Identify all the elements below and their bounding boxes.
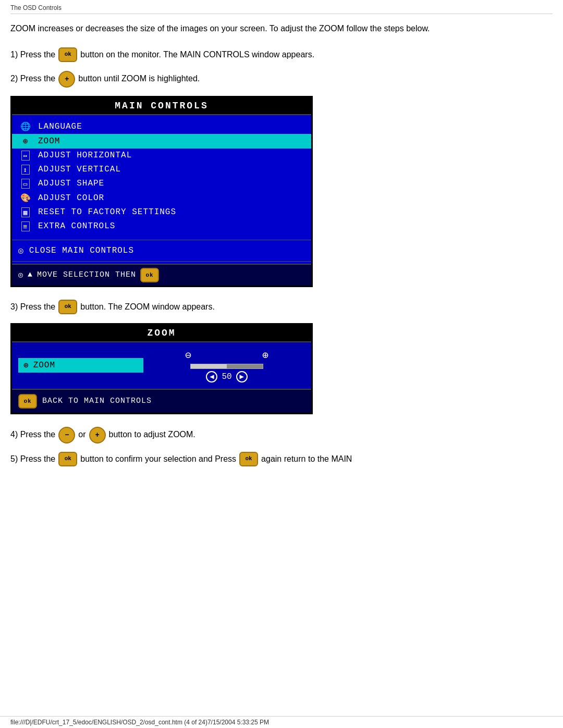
extra-controls-label: EXTRA CONTROLS: [38, 221, 115, 231]
menu-item-adjust-color: 🎨 ADJUST COLOR: [12, 191, 311, 205]
close-main-controls: ◎ CLOSE MAIN CONTROLS: [12, 242, 311, 259]
ok-icon-footer: ok: [140, 268, 159, 282]
extra-icon: ≡: [18, 221, 33, 231]
zoom-icon: ⊕: [18, 136, 33, 146]
footer-text: MOVE SELECTION THEN: [37, 270, 136, 279]
step1-suffix: button on the monitor. The MAIN CONTROLS…: [80, 47, 314, 63]
menu-item-adjust-horizontal: ↔ ADJUST HORIZONTAL: [12, 149, 311, 163]
zoom-label: ZOOM: [38, 137, 60, 146]
intro-text: ZOOM increases or decreases the size of …: [10, 22, 553, 35]
plus-button-icon-step2: +: [58, 71, 75, 88]
plus-button-icon-step4: +: [89, 427, 106, 443]
zoom-right-arrow: ▶: [236, 371, 248, 382]
zoom-title: ZOOM: [12, 325, 311, 342]
zoom-value: 50: [222, 372, 231, 381]
zoom-slider-controls: ⊖ ⊕ ◀ 50 ▶: [149, 349, 305, 382]
reset-icon: ▦: [18, 207, 33, 217]
footer-icon-1: ◎: [18, 270, 23, 280]
zoom-label-text: ZOOM: [33, 361, 55, 370]
main-controls-title: MAIN CONTROLS: [12, 97, 311, 115]
menu-item-reset: ▦ RESET TO FACTORY SETTINGS: [12, 205, 311, 219]
zoom-plus-icon: ⊕: [262, 349, 268, 362]
step5-suffix: again return to the MAIN: [261, 452, 352, 467]
ok-button-icon-step3: ok: [58, 300, 77, 314]
ok-button-icon-step5b: ok: [239, 452, 258, 466]
ok-button-icon-step5a: ok: [58, 452, 77, 466]
step-5: 5) Press the ok button to confirm your s…: [10, 452, 553, 467]
adjust-horizontal-label: ADJUST HORIZONTAL: [38, 151, 132, 160]
page-footer: file:///D|/EDFU/crt_17_5/edoc/ENGLISH/OS…: [0, 716, 563, 728]
zoom-minus-icon: ⊖: [185, 349, 191, 362]
adjust-shape-label: ADJUST SHAPE: [38, 179, 104, 188]
menu-item-extra-controls: ≡ EXTRA CONTROLS: [12, 219, 311, 233]
adjust-vertical-label: ADJUST VERTICAL: [38, 165, 121, 174]
minus-button-icon-step4: −: [58, 427, 75, 443]
zoom-back-bar: ok BACK TO MAIN CONTROLS: [12, 389, 311, 413]
step3-text: 3) Press the: [10, 300, 55, 315]
ok-icon-zoom: ok: [18, 394, 37, 409]
menu-item-adjust-vertical: ↕ ADJUST VERTICAL: [12, 163, 311, 177]
zoom-left-arrow: ◀: [206, 371, 217, 382]
close-main-controls-label: CLOSE MAIN CONTROLS: [29, 246, 134, 255]
menu-item-zoom: ⊕ ZOOM: [12, 134, 311, 149]
ok-button-icon-step1: ok: [58, 47, 77, 62]
step2-suffix: button until ZOOM is highlighted.: [78, 71, 200, 87]
step4-middle: or: [78, 427, 85, 442]
separator-2: [12, 261, 311, 262]
step-4: 4) Press the − or + button to adjust ZOO…: [10, 427, 553, 443]
page-title: The OSD Controls: [10, 4, 553, 14]
step-2: 2) Press the + button until ZOOM is high…: [10, 71, 553, 88]
step2-text: 2) Press the: [10, 71, 55, 87]
vertical-icon: ↕: [18, 165, 33, 175]
step5-middle: button to confirm your selection and Pre…: [80, 452, 236, 467]
adjust-color-label: ADJUST COLOR: [38, 193, 104, 203]
step4-text: 4) Press the: [10, 427, 55, 442]
zoom-icons-row: ⊖ ⊕: [185, 349, 268, 362]
zoom-value-row: ◀ 50 ▶: [206, 371, 247, 382]
close-icon: ◎: [18, 245, 24, 256]
menu-item-language: 🌐 LANGUAGE: [12, 119, 311, 134]
menu-item-adjust-shape: ▭ ADJUST SHAPE: [12, 177, 311, 191]
osd-footer: ◎ ▲ MOVE SELECTION THEN ok: [12, 264, 311, 286]
zoom-back-label: BACK TO MAIN CONTROLS: [42, 397, 152, 405]
language-icon: 🌐: [18, 121, 33, 132]
zoom-label-box: ⊕ ZOOM: [18, 358, 143, 373]
language-label: LANGUAGE: [38, 122, 82, 131]
zoom-content: ⊕ ZOOM ⊖ ⊕ ◀ 50 ▶: [12, 342, 311, 389]
step-3: 3) Press the ok button. The ZOOM window …: [10, 300, 553, 315]
shape-icon: ▭: [18, 179, 33, 189]
zoom-label-icon: ⊕: [23, 360, 29, 371]
horizontal-icon: ↔: [18, 151, 33, 161]
main-controls-menu: 🌐 LANGUAGE ⊕ ZOOM ↔ ADJUST HORIZONTAL ↕ …: [12, 115, 311, 238]
step3-suffix: button. The ZOOM window appears.: [80, 300, 215, 315]
zoom-row: ⊕ ZOOM ⊖ ⊕ ◀ 50 ▶: [18, 349, 305, 382]
zoom-slider-bar: [190, 364, 263, 369]
zoom-slider-fill: [191, 364, 227, 368]
step5-text: 5) Press the: [10, 452, 55, 467]
footer-icon-2: ▲: [28, 270, 33, 279]
zoom-window: ZOOM ⊕ ZOOM ⊖ ⊕ ◀ 50 ▶: [10, 323, 313, 414]
separator-1: [12, 240, 311, 240]
main-controls-window: MAIN CONTROLS 🌐 LANGUAGE ⊕ ZOOM ↔ ADJUST…: [10, 96, 313, 287]
step-1: 1) Press the ok button on the monitor. T…: [10, 47, 553, 63]
step4-suffix: button to adjust ZOOM.: [109, 427, 195, 442]
color-icon: 🎨: [18, 193, 33, 203]
step1-text: 1) Press the: [10, 47, 55, 63]
reset-label: RESET TO FACTORY SETTINGS: [38, 207, 176, 217]
